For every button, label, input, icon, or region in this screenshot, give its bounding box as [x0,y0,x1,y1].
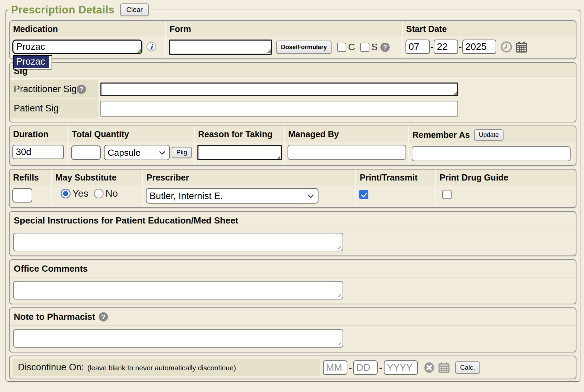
note-to-pharmacist-section: Note to Pharmacist [9,307,576,352]
print-transmit-checkbox[interactable] [359,190,368,199]
dose-formulary-button[interactable]: Dose/Formulary [276,41,332,54]
prescription-details-fieldset: Prescription DetailsClear Medication Pro… [6,3,581,382]
discontinue-hint: (leave blank to never automatically disc… [87,364,236,372]
duration-section: Duration Total Quantity Capsule [9,126,576,166]
office-comments-section: Office Comments [9,259,576,304]
calendar-icon[interactable] [438,362,450,373]
total-quantity-column: Total Quantity Capsule Pkg [67,126,194,165]
may-substitute-column-body: Yes No [52,185,142,203]
managed-by-column-header: Managed By [285,126,408,142]
print-drug-guide-checkbox[interactable] [442,190,452,199]
discontinue-label-cell: Discontinue On: (leave blank to never au… [13,359,320,376]
info-icon[interactable] [147,42,156,52]
help-icon[interactable] [380,43,390,52]
medication-column-body: Prozac [10,36,165,58]
managed-by-column: Managed By [284,126,408,165]
clock-icon[interactable] [500,41,512,53]
practitioner-sig-input-wrap [98,83,458,96]
c-checkbox[interactable] [337,43,346,52]
special-instructions-textarea-wrap [13,233,343,251]
patient-sig-row: Patient Sig [10,99,576,122]
unit-select-wrap: Capsule [104,145,170,160]
special-instructions-textarea[interactable] [13,233,343,251]
form-input-wrap [169,40,272,55]
medication-input[interactable] [12,40,142,54]
start-date-year-input[interactable] [462,40,496,54]
resize-grip-icon[interactable] [267,49,271,53]
may-substitute-no-label: No [106,188,118,199]
reason-column-body [195,142,284,164]
start-date-column: Start Date - - [402,21,576,58]
refills-column-header: Refills [10,170,51,185]
total-quantity-column-header: Total Quantity [68,126,194,142]
may-substitute-no-radio[interactable] [94,189,104,198]
sig-section: Sig Practitioner Sig Patient Sig [9,62,576,122]
reason-column-header: Reason for Taking [195,126,284,142]
resize-grip-icon[interactable] [453,91,457,95]
reason-for-taking-input[interactable] [197,145,282,160]
duration-column-body [10,142,67,163]
duration-input[interactable] [12,145,64,159]
medication-column: Medication Prozac [10,21,165,58]
refills-input[interactable] [12,188,32,203]
discontinue-month-input[interactable] [323,360,347,375]
prescriber-column: Prescriber Butler, Internist E. [142,170,355,207]
start-date-month-input[interactable] [405,40,430,54]
unit-select[interactable]: Capsule [104,145,170,160]
date-separator: - [430,41,433,52]
calc-button[interactable]: Calc. [455,361,480,374]
note-to-pharmacist-textarea[interactable] [13,329,343,348]
calendar-icon[interactable] [516,41,528,53]
pkg-button[interactable]: Pkg [172,147,192,158]
start-date-day-input[interactable] [434,40,458,54]
print-transmit-column-body [356,185,435,203]
prescription-page: Prescription DetailsClear Medication Pro… [0,0,584,392]
medication-autocomplete-item[interactable]: Prozac [14,56,49,68]
discontinue-day-input[interactable] [353,360,378,375]
office-comments-header: Office Comments [10,260,576,277]
note-to-pharmacist-header: Note to Pharmacist [10,308,576,326]
help-icon[interactable] [99,312,108,322]
form-input[interactable] [169,40,272,55]
total-quantity-input[interactable] [71,145,101,160]
prescriber-select-wrap: Butler, Internist E. [146,188,318,204]
prescriber-column-body: Butler, Internist E. [143,185,355,207]
sig-section-header: Sig [10,63,576,79]
may-substitute-yes-radio[interactable] [61,189,71,198]
remember-as-label: Remember As [412,130,470,140]
office-comments-textarea[interactable] [13,281,343,300]
form-column-header: Form [166,21,402,36]
print-transmit-column: Print/Transmit [355,170,435,207]
form-column: Form Dose/Formulary C S [165,21,402,58]
c-checkbox-label: C [348,42,355,53]
clear-date-icon[interactable] [423,362,435,373]
may-substitute-column: May Substitute Yes No [51,170,142,207]
s-checkbox[interactable] [360,43,369,52]
refills-column-body [10,185,51,206]
patient-sig-label-cell: Patient Sig [10,99,98,118]
resize-grip-icon[interactable] [137,48,141,53]
special-instructions-section: Special Instructions for Patient Educati… [9,211,576,256]
patient-sig-input[interactable] [100,101,458,117]
print-transmit-column-header: Print/Transmit [356,170,435,185]
prescriber-select[interactable]: Butler, Internist E. [146,188,318,204]
remember-as-column: Remember As Update [408,126,576,165]
note-to-pharmacist-label: Note to Pharmacist [14,312,95,322]
remember-as-column-body [409,143,576,165]
medication-autocomplete-dropdown: Prozac [13,55,52,69]
help-icon[interactable] [77,85,86,94]
resize-grip-icon[interactable] [277,155,280,159]
start-date-column-header: Start Date [403,21,576,36]
practitioner-sig-input[interactable] [100,83,458,96]
clear-button[interactable]: Clear [120,3,149,16]
managed-by-column-body [285,142,408,164]
total-quantity-column-body: Capsule Pkg [68,142,194,164]
update-button[interactable]: Update [474,129,504,141]
discontinue-year-input[interactable] [384,360,418,375]
remember-as-input[interactable] [412,146,571,161]
page-title: Prescription Details [11,4,115,16]
managed-by-input[interactable] [288,145,406,160]
practitioner-sig-row: Practitioner Sig [10,80,576,98]
duration-column: Duration [10,126,67,165]
print-drug-guide-column: Print Drug Guide [435,170,576,207]
